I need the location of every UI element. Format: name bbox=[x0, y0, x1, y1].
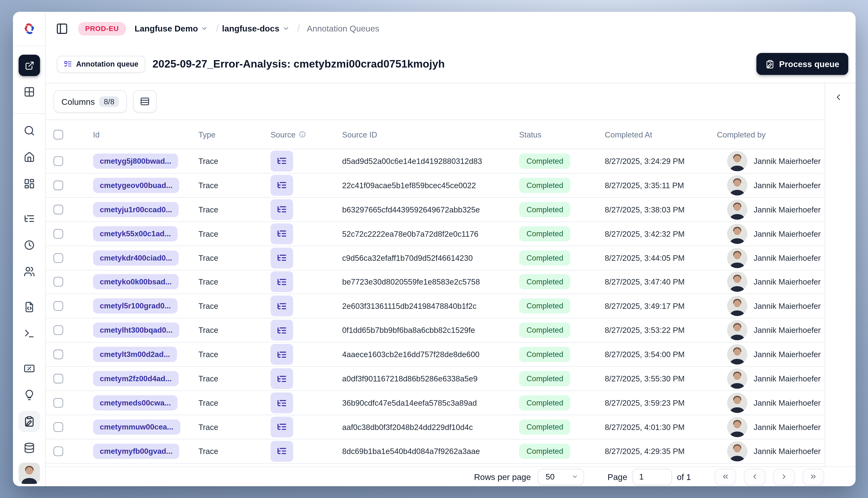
project-selector[interactable]: langfuse-docs bbox=[222, 24, 290, 33]
column-header-status[interactable]: Status bbox=[519, 130, 542, 139]
row-id-badge[interactable]: cmetyko0k00bsad... bbox=[93, 274, 178, 290]
row-checkbox[interactable] bbox=[54, 277, 63, 287]
users-icon[interactable] bbox=[23, 266, 35, 277]
row-completed-by: Jannik Maierhoefer bbox=[753, 398, 821, 407]
user-avatar[interactable] bbox=[18, 463, 40, 484]
table-row[interactable]: cmetyju1r00ccad0... Trace b63297665cfd44… bbox=[46, 198, 825, 222]
row-checkbox[interactable] bbox=[54, 301, 63, 311]
dashboard-icon[interactable] bbox=[23, 178, 35, 189]
row-id-badge[interactable]: cmetygeov00buad... bbox=[93, 178, 179, 193]
source-trace-icon[interactable] bbox=[271, 151, 293, 172]
column-header-id[interactable]: Id bbox=[93, 130, 100, 139]
row-id-badge[interactable]: cmetykdr400ciad0... bbox=[93, 250, 179, 265]
row-checkbox[interactable] bbox=[54, 229, 63, 238]
columns-button[interactable]: Columns 8/8 bbox=[54, 90, 127, 113]
row-id-badge[interactable]: cmetymmuw00cea... bbox=[93, 419, 180, 434]
row-user-avatar bbox=[727, 296, 747, 316]
row-checkbox[interactable] bbox=[54, 422, 63, 432]
source-trace-icon[interactable] bbox=[271, 223, 293, 244]
table-row[interactable]: cmetykdr400ciad0... Trace c9d56ca32efaff… bbox=[46, 246, 825, 271]
row-id-badge[interactable]: cmetyju1r00ccad0... bbox=[93, 202, 179, 217]
prompts-file-code-icon[interactable] bbox=[23, 301, 35, 313]
source-trace-icon[interactable] bbox=[271, 344, 293, 365]
row-id-badge[interactable]: cmetyg5j800bwad... bbox=[93, 154, 178, 169]
rows-per-page-select[interactable]: 50 bbox=[537, 469, 584, 485]
environment-badge[interactable]: PROD-EU bbox=[78, 22, 126, 35]
table-row[interactable]: cmetymmuw00cea... Trace aaf0c38db0f3f204… bbox=[46, 415, 825, 440]
row-checkbox[interactable] bbox=[54, 350, 63, 359]
traces-tree-icon[interactable] bbox=[23, 213, 35, 224]
column-header-completed-at[interactable]: Completed At bbox=[605, 130, 652, 139]
table-row[interactable]: cmetyg5j800bwad... Trace d5ad9d52a00c6e1… bbox=[46, 149, 825, 173]
select-all-checkbox[interactable] bbox=[54, 130, 63, 139]
table-row[interactable]: cmetylt3m00d2ad... Trace 4aaece1603cb2e1… bbox=[46, 343, 825, 367]
row-type: Trace bbox=[198, 350, 218, 359]
column-header-type[interactable]: Type bbox=[198, 130, 216, 139]
org-selector[interactable]: Langfuse Demo bbox=[135, 24, 208, 33]
desktop-background: PROD-EU Langfuse Demo / langfuse-docs / … bbox=[0, 0, 868, 498]
row-id-badge[interactable]: cmetymyfb00gvad... bbox=[93, 444, 179, 459]
row-id-badge[interactable]: cmetylht300bqad0... bbox=[93, 323, 179, 338]
source-trace-icon[interactable] bbox=[271, 368, 293, 389]
row-checkbox[interactable] bbox=[54, 205, 63, 214]
table-grid-icon[interactable] bbox=[23, 86, 35, 97]
row-type: Trace bbox=[198, 422, 218, 432]
row-height-button[interactable] bbox=[133, 90, 157, 113]
source-trace-icon[interactable] bbox=[271, 417, 293, 437]
status-badge: Completed bbox=[519, 250, 571, 265]
previous-page-button[interactable] bbox=[744, 469, 765, 485]
row-checkbox[interactable] bbox=[54, 325, 63, 335]
source-trace-icon[interactable] bbox=[271, 247, 293, 268]
row-checkbox[interactable] bbox=[54, 253, 63, 263]
database-icon[interactable] bbox=[23, 442, 35, 454]
next-page-button[interactable] bbox=[773, 469, 795, 485]
page-input[interactable] bbox=[632, 469, 672, 485]
last-page-button[interactable] bbox=[803, 469, 824, 485]
first-page-button[interactable] bbox=[715, 469, 736, 485]
source-trace-icon[interactable] bbox=[271, 272, 293, 292]
source-trace-icon[interactable] bbox=[271, 393, 293, 414]
process-queue-button[interactable]: Process queue bbox=[757, 53, 848, 75]
row-id-badge[interactable]: cmetylt3m00d2ad... bbox=[93, 347, 177, 362]
row-id-badge[interactable]: cmetyk55x00c1ad... bbox=[93, 226, 178, 241]
table-row[interactable]: cmetyko0k00bsad... Trace be7723e30d80205… bbox=[46, 270, 825, 294]
search-icon[interactable] bbox=[23, 125, 35, 136]
table-row[interactable]: cmetyk55x00c1ad... Trace 52c72c2222ea78e… bbox=[46, 222, 825, 246]
table-row[interactable]: cmetygeov00buad... Trace 22c41f09acae5b1… bbox=[46, 173, 825, 198]
row-checkbox[interactable] bbox=[54, 181, 63, 190]
table-row[interactable]: cmetymyfb00gvad... Trace 8dc69b1ba1e540b… bbox=[46, 440, 825, 464]
row-source-id: 36b90cdfc47e5da14eefa5785c3a89ad bbox=[342, 398, 477, 407]
open-external-button[interactable] bbox=[18, 55, 40, 76]
source-trace-icon[interactable] bbox=[271, 175, 293, 196]
source-trace-icon[interactable] bbox=[271, 296, 293, 316]
column-header-source-id[interactable]: Source ID bbox=[342, 130, 377, 139]
panel-left-toggle-icon[interactable] bbox=[56, 22, 68, 35]
chevron-left-icon bbox=[751, 473, 759, 481]
row-id-badge[interactable]: cmetym2fz00d4ad... bbox=[93, 371, 178, 386]
evaluation-percent-icon[interactable] bbox=[23, 363, 35, 374]
home-icon[interactable] bbox=[23, 152, 35, 163]
sessions-clock-icon[interactable] bbox=[23, 239, 35, 251]
row-checkbox[interactable] bbox=[54, 156, 63, 166]
row-checkbox[interactable] bbox=[54, 446, 63, 456]
column-header-completed-by[interactable]: Completed by bbox=[717, 130, 766, 139]
row-id-badge[interactable]: cmetyl5r100grad0... bbox=[93, 299, 178, 314]
lightbulb-icon[interactable] bbox=[23, 389, 35, 401]
table-row[interactable]: cmetyl5r100grad0... Trace 2e603f31361115… bbox=[46, 294, 825, 319]
table-row[interactable]: cmetymeds00cwa... Trace 36b90cdfc47e5da1… bbox=[46, 391, 825, 415]
source-trace-icon[interactable] bbox=[271, 199, 293, 220]
langfuse-logo[interactable] bbox=[13, 12, 45, 46]
table-body: cmetyg5j800bwad... Trace d5ad9d52a00c6e1… bbox=[46, 149, 825, 464]
source-trace-icon[interactable] bbox=[271, 441, 293, 462]
annotation-queues-nav-active[interactable] bbox=[18, 411, 40, 432]
playground-terminal-icon[interactable] bbox=[23, 328, 35, 339]
row-checkbox[interactable] bbox=[54, 374, 63, 384]
expand-panel-button[interactable] bbox=[834, 92, 847, 106]
source-trace-icon[interactable] bbox=[271, 320, 293, 341]
row-completed-at: 8/27/2025, 3:59:23 PM bbox=[605, 398, 685, 407]
column-header-source[interactable]: Source bbox=[271, 130, 306, 139]
table-row[interactable]: cmetylht300bqad0... Trace 0f1dd65b7bb9bf… bbox=[46, 318, 825, 343]
row-checkbox[interactable] bbox=[54, 398, 63, 408]
row-id-badge[interactable]: cmetymeds00cwa... bbox=[93, 395, 178, 410]
table-row[interactable]: cmetym2fz00d4ad... Trace a0df3f901167218… bbox=[46, 367, 825, 391]
